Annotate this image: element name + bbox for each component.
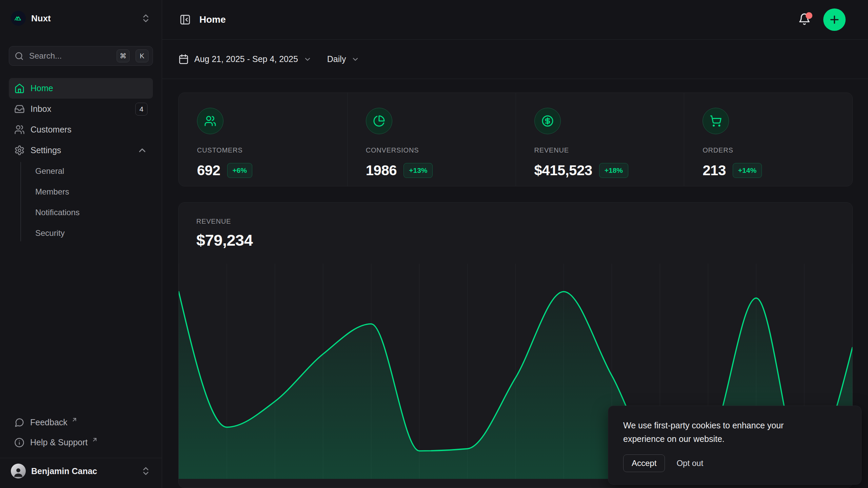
app-window: Nuxt Search... ⌘ K Home Inbox 4 Customer…: [0, 0, 868, 488]
panel-left-close-icon: [179, 14, 191, 25]
chevron-down-icon: [303, 55, 312, 63]
stat-card-revenue[interactable]: REVENUE $415,523 +18%: [516, 93, 684, 186]
cookie-consent-toast: We use first-party cookies to enhance yo…: [608, 406, 862, 485]
sidebar: Nuxt Search... ⌘ K Home Inbox 4 Customer…: [0, 0, 162, 488]
cookie-message: We use first-party cookies to enhance yo…: [623, 419, 820, 446]
chevron-up-icon: [137, 145, 147, 156]
search-icon: [15, 52, 24, 61]
sidebar-item-members[interactable]: Members: [35, 181, 153, 202]
info-circle-icon: [14, 438, 24, 448]
plus-icon: [828, 14, 841, 26]
sidebar-item-notifications[interactable]: Notifications: [35, 202, 153, 223]
stat-delta-badge: +13%: [403, 163, 433, 178]
period-label: Daily: [327, 54, 346, 64]
pie-chart-icon: [366, 108, 392, 134]
sidebar-item-customers[interactable]: Customers: [9, 119, 153, 140]
home-icon: [14, 83, 25, 94]
unread-dot: [806, 12, 812, 19]
collapse-sidebar-button[interactable]: [178, 13, 192, 26]
inbox-icon: [14, 104, 25, 114]
sidebar-item-general[interactable]: General: [35, 161, 153, 181]
stat-label: ORDERS: [703, 146, 842, 154]
workspace-switcher[interactable]: Nuxt: [9, 7, 153, 29]
avatar: [11, 464, 26, 479]
external-link-icon: [71, 416, 78, 423]
period-select[interactable]: Daily: [327, 54, 360, 64]
sidebar-item-home[interactable]: Home: [9, 78, 153, 99]
sub-item-label: Security: [35, 228, 65, 238]
accept-button[interactable]: Accept: [623, 454, 665, 472]
kbd-k: K: [136, 49, 149, 62]
sidebar-item-label: Inbox: [31, 104, 51, 114]
stat-card-conversions[interactable]: CONVERSIONS 1986 +13%: [347, 93, 516, 186]
gear-icon: [14, 145, 25, 156]
sidebar-item-label: Settings: [31, 145, 61, 155]
chevrons-up-down-icon: [141, 13, 151, 23]
chevron-down-icon: [351, 55, 359, 63]
sidebar-item-label: Home: [31, 83, 53, 93]
chat-bubble-icon: [14, 418, 24, 428]
stat-card-customers[interactable]: CUSTOMERS 692 +6%: [179, 93, 347, 186]
feedback-link[interactable]: Feedback: [9, 412, 153, 432]
user-name: Benjamin Canac: [31, 466, 135, 476]
search-placeholder: Search...: [29, 51, 111, 61]
help-support-label: Help & Support: [30, 438, 88, 447]
sidebar-item-inbox[interactable]: Inbox 4: [9, 99, 153, 119]
stat-delta-badge: +14%: [733, 163, 762, 178]
opt-out-button[interactable]: Opt out: [676, 459, 703, 468]
revenue-total-value: $79,234: [196, 231, 852, 249]
external-link-icon: [92, 436, 98, 443]
stat-card-orders[interactable]: ORDERS 213 +14%: [684, 93, 852, 186]
stat-value: 213: [703, 162, 726, 179]
shopping-cart-icon: [703, 108, 729, 134]
sidebar-item-settings[interactable]: Settings: [9, 140, 153, 161]
filters-toolbar: Aug 21, 2025 - Sep 4, 2025 Daily: [162, 40, 868, 79]
help-support-link[interactable]: Help & Support: [9, 432, 153, 452]
sidebar-item-label: Customers: [31, 125, 72, 135]
nuxt-logo-icon: [11, 11, 26, 26]
feedback-label: Feedback: [30, 418, 67, 427]
date-range-label: Aug 21, 2025 - Sep 4, 2025: [194, 54, 298, 64]
sidebar-item-security[interactable]: Security: [35, 223, 153, 243]
sub-item-label: Notifications: [35, 208, 80, 217]
calendar-icon: [178, 54, 189, 64]
stats-card-group: CUSTOMERS 692 +6% CONVERSIONS 1986 +13%: [178, 93, 853, 186]
revenue-label: REVENUE: [196, 218, 852, 225]
stat-label: CUSTOMERS: [197, 146, 337, 154]
users-icon: [14, 124, 25, 135]
stat-value: 692: [197, 162, 220, 179]
stat-delta-badge: +18%: [599, 163, 628, 178]
date-range-picker[interactable]: Aug 21, 2025 - Sep 4, 2025: [178, 54, 312, 64]
stat-delta-badge: +6%: [227, 163, 253, 178]
circle-dollar-icon: [534, 108, 561, 134]
chevrons-up-down-icon: [141, 466, 151, 476]
sidebar-nav: Home Inbox 4 Customers Settings General …: [9, 78, 153, 243]
notifications-button[interactable]: [798, 13, 812, 26]
users-icon: [197, 108, 223, 134]
inbox-unread-badge: 4: [135, 103, 147, 116]
sub-item-label: Members: [35, 187, 69, 197]
user-menu[interactable]: Benjamin Canac: [9, 458, 153, 481]
search-input[interactable]: Search... ⌘ K: [9, 46, 153, 66]
workspace-name: Nuxt: [31, 13, 135, 24]
stat-value: $415,523: [534, 162, 592, 179]
stat-label: REVENUE: [534, 146, 674, 154]
stat-value: 1986: [366, 162, 397, 179]
settings-subnav: General Members Notifications Security: [9, 161, 153, 243]
add-new-button[interactable]: [823, 8, 846, 31]
stat-label: CONVERSIONS: [366, 146, 506, 154]
sub-item-label: General: [35, 166, 64, 176]
kbd-cmd: ⌘: [117, 49, 130, 62]
page-title: Home: [199, 14, 798, 25]
topbar: Home: [162, 0, 868, 40]
